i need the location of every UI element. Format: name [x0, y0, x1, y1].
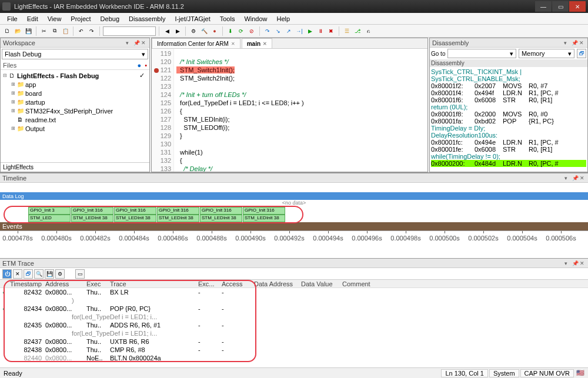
- toggle-bp-icon[interactable]: ●: [210, 26, 219, 36]
- swv-icon[interactable]: ⎌: [363, 26, 373, 36]
- timeline-block[interactable]: GPIO_Init 316: [243, 207, 285, 215]
- menu-debug[interactable]: Debug: [96, 14, 124, 24]
- nav-back-icon[interactable]: ◀: [162, 26, 172, 36]
- etm-column-button[interactable]: ▭: [75, 269, 85, 279]
- etm-browse-button[interactable]: 🗗: [24, 269, 33, 279]
- etm-row[interactable]: ‹824320x0800...Thu..BX LR--: [0, 288, 588, 296]
- editor-tab[interactable]: Information Center for ARM✕: [152, 38, 240, 48]
- timeline-block[interactable]: STM_LEDInit 38: [243, 215, 285, 222]
- tree-node[interactable]: ⊞📁STM32F4xx_StdPeriph_Driver: [3, 106, 147, 115]
- memory-combo[interactable]: Memory▾: [519, 49, 574, 58]
- menu-file[interactable]: File: [2, 14, 22, 24]
- menu-view[interactable]: View: [43, 14, 66, 24]
- new-icon[interactable]: 🗋: [2, 26, 12, 36]
- etm-row[interactable]: ): [0, 296, 588, 305]
- menu-window[interactable]: Window: [239, 14, 272, 24]
- etm-row[interactable]: 824400x0800...NoE..BLT.N 0x800024a: [0, 354, 588, 362]
- workspace-tree[interactable]: ⊟🗋LightEffects - Flash Debug✓⊞📁app⊞📁boar…: [1, 70, 149, 162]
- step-over-icon[interactable]: ↷: [263, 26, 272, 36]
- pin-icon[interactable]: ▾: [564, 260, 570, 266]
- editor-gutter[interactable]: 1191201211221231241251261271281291301311…: [152, 49, 174, 172]
- minimize-button[interactable]: —: [535, 1, 552, 12]
- config-dropdown[interactable]: Flash Debug ▾: [2, 49, 148, 59]
- etm-find-button[interactable]: 🔍: [34, 269, 44, 279]
- timeline-body[interactable]: Data Log <no data> GPIO_Init 3GPIO_Init …: [0, 183, 588, 258]
- tree-node[interactable]: ⊞📁board: [3, 89, 147, 98]
- timeline-block[interactable]: GPIO_Init 316: [114, 207, 156, 215]
- etm-save-button[interactable]: 💾: [45, 269, 54, 279]
- timeline-block[interactable]: STM_LEDInit 38: [200, 215, 242, 222]
- config-label: Flash Debug: [5, 51, 41, 58]
- restart-icon[interactable]: ⟳: [236, 26, 246, 36]
- timeline-block[interactable]: GPIO_Init 3: [28, 207, 71, 215]
- compile-icon[interactable]: ⚙: [189, 26, 198, 36]
- etm-power-button[interactable]: ⏻: [2, 269, 12, 279]
- etm-table[interactable]: TimestampAddressExecTraceExc...AccessDat…: [0, 280, 588, 367]
- unpin-icon[interactable]: 📌: [572, 40, 577, 46]
- paste-icon[interactable]: 📋: [61, 26, 70, 36]
- disasm-refresh-button[interactable]: 🗗: [577, 49, 586, 58]
- etm-icon[interactable]: ⎇: [353, 26, 362, 36]
- panel-close-icon[interactable]: ✕: [579, 40, 585, 46]
- maximize-button[interactable]: ▭: [552, 1, 569, 12]
- stop-debug-icon[interactable]: ⊘: [247, 26, 256, 36]
- cut-icon[interactable]: ✂: [39, 26, 49, 36]
- etm-row[interactable]: ‹824340x0800...Thu..POP {R0, PC}--: [0, 305, 588, 313]
- menu-disassembly[interactable]: Disassembly: [124, 14, 170, 24]
- menu-help[interactable]: Help: [272, 14, 295, 24]
- menu-edit[interactable]: Edit: [22, 14, 43, 24]
- timeline-block[interactable]: STM_LEDInit 38: [157, 215, 199, 222]
- pin-icon[interactable]: ▾: [126, 40, 132, 46]
- redo-icon[interactable]: ↷: [87, 26, 96, 36]
- download-icon[interactable]: ⬇: [226, 26, 235, 36]
- unpin-icon[interactable]: 📌: [133, 40, 139, 46]
- etm-settings-button[interactable]: ⚙: [55, 269, 65, 279]
- timeline-block[interactable]: GPIO_Init 316: [200, 207, 242, 215]
- etm-clear-button[interactable]: ✕: [13, 269, 22, 279]
- etm-row[interactable]: for(Led_TypeDef i = LED1; i...: [0, 329, 588, 337]
- run-to-cursor-icon[interactable]: →|: [295, 26, 304, 36]
- etm-row[interactable]: for(Led_TypeDef i = LED1; i...: [0, 313, 588, 321]
- tree-node[interactable]: ⊞📁Output: [3, 124, 147, 133]
- timeline-block[interactable]: STM_LEDInit 38: [114, 215, 156, 222]
- close-button[interactable]: ✕: [569, 1, 586, 12]
- etm-row[interactable]: 824350x0800...Thu..ADDS R6, R6, #1--: [0, 321, 588, 329]
- tree-node[interactable]: 🗎readme.txt: [3, 115, 147, 124]
- disassembly-listing[interactable]: SysTick_CTRL_TICKINT_Msk | SysTick_CTRL_…: [430, 67, 587, 172]
- menu-project[interactable]: Project: [66, 14, 95, 24]
- etm-row[interactable]: 824370x0800...Thu..UXTB R6, R6--: [0, 337, 588, 346]
- timeline-block[interactable]: GPIO_Init 316: [157, 207, 199, 215]
- tree-node[interactable]: ⊞📁startup: [3, 98, 147, 106]
- make-icon[interactable]: 🔨: [199, 26, 209, 36]
- menu-i-jet/jtagjet[interactable]: I-jet/JTAGjet: [170, 14, 215, 24]
- panel-close-icon[interactable]: ✕: [141, 40, 147, 46]
- tree-node[interactable]: ⊞📁app: [3, 80, 147, 89]
- unpin-icon[interactable]: 📌: [572, 175, 578, 181]
- panel-close-icon[interactable]: ✕: [580, 260, 586, 266]
- goto-combo[interactable]: ▾: [447, 49, 516, 58]
- pin-icon[interactable]: ▾: [564, 175, 570, 181]
- unpin-icon[interactable]: 📌: [572, 260, 578, 266]
- timeline-block[interactable]: STM_LEDInit 38: [71, 215, 113, 222]
- save-icon[interactable]: 💾: [24, 26, 33, 36]
- nav-fwd-icon[interactable]: ▶: [173, 26, 182, 36]
- step-into-icon[interactable]: ↘: [273, 26, 283, 36]
- open-icon[interactable]: 📂: [13, 26, 22, 36]
- search-combo[interactable]: [103, 26, 156, 36]
- break-icon[interactable]: ⏸: [316, 26, 325, 36]
- go-icon[interactable]: ▶: [305, 26, 315, 36]
- tree-node[interactable]: ⊟🗋LightEffects - Flash Debug✓: [3, 71, 147, 80]
- timeline-block[interactable]: GPIO_Init 316: [71, 207, 113, 215]
- reset-icon[interactable]: ✖: [326, 26, 336, 36]
- editor-tab[interactable]: main✕: [242, 38, 272, 48]
- step-out-icon[interactable]: ↗: [284, 26, 293, 36]
- etm-row[interactable]: 824380x0800...Thu..CMP R6, #8--: [0, 346, 588, 354]
- menu-tools[interactable]: Tools: [215, 14, 240, 24]
- copy-icon[interactable]: ⧉: [50, 26, 59, 36]
- editor-code[interactable]: /* Init Switches */ STM_Switch1Init(); S…: [174, 49, 325, 172]
- panel-close-icon[interactable]: ✕: [580, 175, 586, 181]
- pin-icon[interactable]: ▾: [564, 40, 570, 46]
- undo-icon[interactable]: ↶: [76, 26, 86, 36]
- timeline-block[interactable]: STM_LED: [28, 215, 71, 222]
- trace-icon[interactable]: ☰: [342, 26, 352, 36]
